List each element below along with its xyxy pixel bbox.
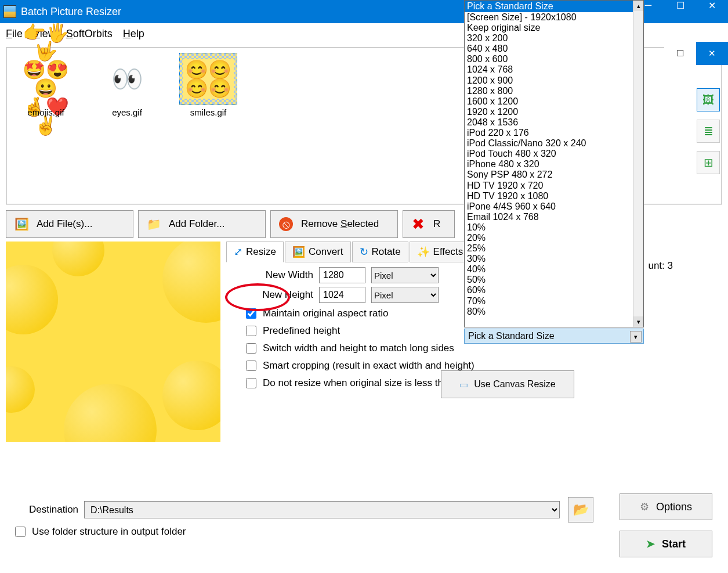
close-button[interactable]: ✕ <box>696 0 728 11</box>
dropdown-header[interactable]: Pick a Standard Size <box>465 1 643 12</box>
tab-effects[interactable]: ✨ Effects <box>410 242 471 262</box>
dropdown-option[interactable]: Email 1024 x 768 <box>465 212 633 222</box>
chk-label: Smart cropping (result in exact width an… <box>263 360 475 372</box>
dropdown-option[interactable]: 60% <box>465 285 633 295</box>
tab-label: Effects <box>433 246 463 258</box>
picture-icon: 🖼️ <box>15 217 28 231</box>
view-thumbnails-button[interactable]: 🖼 <box>697 88 720 111</box>
add-file-button[interactable]: 🖼️ Add File(s)... <box>6 210 133 238</box>
view-details-button[interactable]: ⊞ <box>697 151 720 174</box>
scroll-up-icon[interactable]: ▴ <box>633 1 643 11</box>
height-unit-select[interactable]: Pixel <box>371 287 439 303</box>
dropdown-option[interactable]: iPod 220 x 176 <box>465 128 633 138</box>
dropdown-option[interactable]: 320 x 200 <box>465 33 633 44</box>
switch-wh-checkbox[interactable] <box>246 343 256 354</box>
dropdown-option[interactable]: 80% <box>465 307 633 317</box>
dropdown-option[interactable]: 1024 x 768 <box>465 64 633 75</box>
dropdown-option[interactable]: Sony PSP 480 x 272 <box>465 170 633 180</box>
thumb-item-selected[interactable]: 😊😊😊😊 smiles.gif <box>173 53 243 117</box>
dropdown-option[interactable]: 1920 x 1200 <box>465 107 633 117</box>
window-title: Batch Picture Resizer <box>21 6 121 18</box>
smart-crop-checkbox[interactable] <box>246 361 256 371</box>
tab-rotate[interactable]: ↻ Rotate <box>352 242 408 262</box>
tab-label: Rotate <box>372 246 401 258</box>
thumb-item[interactable]: 👀 eyes.gif <box>92 53 162 117</box>
dropdown-option[interactable]: 40% <box>465 264 633 275</box>
dropdown-option[interactable]: HD TV 1920 x 720 <box>465 181 633 191</box>
thumb-label: smiles.gif <box>173 107 243 117</box>
remove-selected-button[interactable]: ⦸ Remove Selected <box>270 210 398 238</box>
width-unit-select[interactable]: Pixel <box>371 267 439 283</box>
bg-close-button[interactable]: ✕ <box>696 42 728 65</box>
tab-resize[interactable]: ⤢ Resize <box>226 242 284 262</box>
combo-value: Pick a Standard Size <box>468 331 555 341</box>
standard-size-combo[interactable]: Pick a Standard Size ▾ <box>464 329 644 344</box>
dropdown-option[interactable]: 1280 x 800 <box>465 86 633 96</box>
view-list-button[interactable]: ≣ <box>697 120 720 143</box>
remove-all-button[interactable]: ✖ R <box>403 210 455 238</box>
use-folder-structure-row[interactable]: Use folder structure in output folder <box>13 525 186 539</box>
dropdown-option[interactable]: 2048 x 1536 <box>465 117 633 128</box>
preview-pane <box>6 242 220 442</box>
maximize-button[interactable]: ☐ <box>664 0 696 11</box>
start-button[interactable]: ➤ Start <box>620 531 712 557</box>
dropdown-option[interactable]: 1600 x 1200 <box>465 96 633 107</box>
dropdown-option[interactable]: HD TV 1920 x 1080 <box>465 191 633 201</box>
use-folder-structure-checkbox[interactable] <box>15 527 26 537</box>
item-count-label: unt: 3 <box>648 260 673 272</box>
dropdown-option[interactable]: 20% <box>465 233 633 243</box>
thumb-item[interactable]: 👉🖐️🤟🤩😍😀🤞❤️✌️ emojis.gif <box>11 53 81 117</box>
dropdown-items[interactable]: [Screen Size] - 1920x1080Keep original s… <box>465 12 633 327</box>
dropdown-option[interactable]: iPod Classic/Nano 320 x 240 <box>465 138 633 149</box>
dropdown-option[interactable]: 70% <box>465 296 633 307</box>
predefined-height-checkbox[interactable] <box>246 326 256 336</box>
tab-convert[interactable]: 🖼️ Convert <box>285 242 351 262</box>
standard-size-dropdown[interactable]: Pick a Standard Size [Screen Size] - 192… <box>464 0 644 327</box>
bg-maximize-button[interactable]: ☐ <box>664 42 696 65</box>
destination-label: Destination <box>29 504 78 516</box>
dropdown-option[interactable]: [Screen Size] - 1920x1080 <box>465 12 633 23</box>
thumb-image: 👉🖐️🤟🤩😍😀🤞❤️✌️ <box>17 53 75 105</box>
list-icon: ≣ <box>704 124 713 138</box>
dropdown-option[interactable]: iPhone 480 x 320 <box>465 159 633 170</box>
dropdown-option[interactable]: 25% <box>465 243 633 254</box>
dropdown-option[interactable]: 50% <box>465 275 633 285</box>
dropdown-option[interactable]: 30% <box>465 254 633 264</box>
dropdown-option[interactable]: Keep original size <box>465 23 633 33</box>
maintain-aspect-checkbox[interactable] <box>246 308 256 319</box>
scroll-down-icon[interactable]: ▾ <box>633 316 643 327</box>
dropdown-option[interactable]: 640 x 480 <box>465 44 633 54</box>
height-input[interactable] <box>319 287 365 303</box>
chk-label: Maintain original aspect ratio <box>263 308 388 319</box>
tab-label: Resize <box>246 246 276 258</box>
btn-label: Remove Selected <box>301 218 379 230</box>
destination-combo[interactable]: D:\Results <box>84 501 560 518</box>
folder-icon: 📁 <box>147 217 161 231</box>
height-label: New Height <box>244 289 313 301</box>
width-input[interactable] <box>319 267 365 283</box>
remove-icon: ⦸ <box>279 217 293 231</box>
btn-label: Options <box>656 501 692 513</box>
width-label: New Width <box>244 269 313 281</box>
canvas-icon: ▭ <box>459 379 468 390</box>
canvas-resize-button[interactable]: ▭ Use Canvas Resize <box>441 370 574 398</box>
dropdown-option[interactable]: iPone 4/4S 960 x 640 <box>465 201 633 212</box>
browse-folder-button[interactable]: 📂 <box>568 497 593 522</box>
options-button[interactable]: ⚙ Options <box>620 493 712 520</box>
dropdown-option[interactable]: iPod Touch 480 x 320 <box>465 149 633 159</box>
dropdown-option[interactable]: 1200 x 900 <box>465 75 633 86</box>
add-folder-button[interactable]: 📁 Add Folder... <box>138 210 266 238</box>
dropdown-option[interactable]: 800 x 600 <box>465 54 633 64</box>
menu-help[interactable]: Help <box>123 28 144 40</box>
destination-row: Destination D:\Results 📂 <box>29 497 593 522</box>
rotate-icon: ↻ <box>360 246 368 258</box>
btn-label: Start <box>662 538 686 550</box>
thumbnails-icon: 🖼 <box>702 93 714 107</box>
dropdown-option[interactable]: 10% <box>465 222 633 233</box>
app-icon <box>3 5 16 18</box>
dropdown-scrollbar[interactable]: ▴ ▾ <box>633 1 643 327</box>
chevron-down-icon[interactable]: ▾ <box>630 331 642 343</box>
no-upscale-checkbox[interactable] <box>246 378 256 388</box>
thumb-image: 👀 <box>98 53 156 105</box>
chk-label: Use folder structure in output folder <box>32 526 186 538</box>
